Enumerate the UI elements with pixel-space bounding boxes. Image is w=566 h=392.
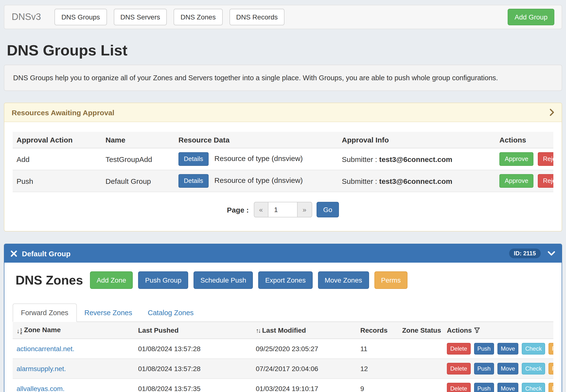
group-panel-header[interactable]: Default Group ID: 2115 bbox=[4, 244, 562, 263]
schedule-push-button[interactable]: Schedule Push bbox=[193, 271, 253, 289]
zone-row: alarmsupply.net. 01/08/2024 13:57:28 07/… bbox=[13, 358, 553, 378]
filter-icon bbox=[474, 327, 480, 333]
page-number-input[interactable] bbox=[268, 202, 297, 217]
group-panel-title: Default Group bbox=[22, 249, 70, 257]
submitter-label: Submitter : bbox=[342, 155, 377, 163]
push-group-button[interactable]: Push Group bbox=[138, 271, 188, 289]
move-zone-button[interactable]: Move bbox=[497, 343, 519, 354]
zone-perms-button[interactable]: Perms bbox=[549, 343, 553, 354]
zone-status-value bbox=[398, 378, 443, 392]
chevron-right-icon[interactable] bbox=[550, 109, 554, 116]
page-description: DNS Groups help you to organize all of y… bbox=[4, 65, 562, 91]
approval-row: Push Default Group Details Resource of t… bbox=[13, 170, 553, 192]
details-button[interactable]: Details bbox=[179, 152, 209, 166]
sort-updown-icon: ↑↓ bbox=[256, 327, 260, 334]
tab-catalog-zones[interactable]: Catalog Zones bbox=[140, 304, 202, 322]
col-resource-data: Resource Data bbox=[175, 132, 338, 148]
zone-perms-button[interactable]: Perms bbox=[549, 363, 553, 374]
last-modified-value: 07/24/2017 20:04:06 bbox=[252, 358, 357, 378]
tab-forward-zones[interactable]: Forward Zones bbox=[13, 304, 77, 322]
chevron-down-icon[interactable] bbox=[548, 251, 555, 256]
zone-name-link[interactable]: actioncarrental.net. bbox=[16, 345, 74, 352]
page-title: DNS Groups List bbox=[7, 42, 562, 59]
col-last-pushed[interactable]: Last Pushed bbox=[134, 322, 252, 338]
check-zone-button[interactable]: Check bbox=[522, 382, 545, 392]
col-name: Name bbox=[102, 132, 175, 148]
push-zone-button[interactable]: Push bbox=[474, 343, 494, 354]
zone-status-value bbox=[398, 338, 443, 358]
delete-zone-button[interactable]: Delete bbox=[447, 382, 470, 392]
reject-button[interactable]: Reject bbox=[538, 174, 553, 188]
delete-zone-button[interactable]: Delete bbox=[447, 343, 470, 354]
submitter-label: Submitter : bbox=[342, 177, 377, 185]
approve-button[interactable]: Approve bbox=[499, 152, 534, 166]
approval-panel-header[interactable]: Resources Awaiting Approval bbox=[4, 103, 562, 122]
col-actions: Actions bbox=[496, 132, 553, 148]
zone-name-link[interactable]: alarmsupply.net. bbox=[16, 364, 66, 372]
nav-dns-groups-button[interactable]: DNS Groups bbox=[55, 9, 107, 25]
zones-heading: DNS Zones bbox=[15, 273, 83, 288]
top-navbar: DNSv3 DNS Groups DNS Servers DNS Zones D… bbox=[4, 5, 562, 29]
col-approval-action: Approval Action bbox=[13, 132, 102, 148]
zone-row: allvalleyas.com. 01/08/2024 13:57:35 01/… bbox=[13, 378, 553, 392]
app-viewport: DNSv3 DNS Groups DNS Servers DNS Zones D… bbox=[0, 0, 566, 392]
zone-perms-button[interactable]: Perms bbox=[549, 382, 553, 392]
col-last-modified[interactable]: ↑↓Last Modified bbox=[252, 322, 357, 338]
approval-action: Push bbox=[13, 170, 102, 192]
perms-button[interactable]: Perms bbox=[374, 271, 407, 289]
page-prev-button[interactable]: « bbox=[254, 202, 268, 217]
records-count: 9 bbox=[357, 378, 398, 392]
zone-name-link[interactable]: allvalleyas.com. bbox=[16, 384, 65, 392]
approve-button[interactable]: Approve bbox=[499, 174, 534, 188]
move-zones-button[interactable]: Move Zones bbox=[318, 271, 369, 289]
page-next-button[interactable]: » bbox=[297, 202, 312, 217]
approval-action: Add bbox=[13, 148, 102, 170]
nav-dns-servers-button[interactable]: DNS Servers bbox=[113, 9, 167, 25]
zones-toolbar: DNS Zones Add Zone Push Group Schedule P… bbox=[13, 271, 553, 289]
approval-panel: Resources Awaiting Approval Approval Act… bbox=[4, 103, 562, 232]
col-records: Records bbox=[357, 322, 398, 338]
col-zone-status: Zone Status bbox=[398, 322, 443, 338]
last-pushed-value: 01/08/2024 13:57:28 bbox=[134, 358, 252, 378]
push-zone-button[interactable]: Push bbox=[474, 363, 494, 374]
close-icon[interactable] bbox=[11, 250, 17, 257]
tab-reverse-zones[interactable]: Reverse Zones bbox=[77, 304, 140, 322]
zone-row: actioncarrental.net. 01/08/2024 13:57:28… bbox=[13, 338, 553, 358]
approval-table: Approval Action Name Resource Data Appro… bbox=[13, 132, 553, 192]
export-zones-button[interactable]: Export Zones bbox=[258, 271, 313, 289]
add-group-button[interactable]: Add Group bbox=[508, 9, 554, 25]
last-modified-value: 01/03/2024 19:10:17 bbox=[252, 378, 357, 392]
col-approval-info: Approval Info bbox=[338, 132, 496, 148]
col-zone-actions[interactable]: Actions bbox=[443, 322, 553, 338]
zones-table: ↓12Zone Name Last Pushed ↑↓Last Modified… bbox=[13, 322, 553, 392]
details-button[interactable]: Details bbox=[179, 174, 209, 188]
records-count: 11 bbox=[357, 338, 398, 358]
zones-table-header-row: ↓12Zone Name Last Pushed ↑↓Last Modified… bbox=[13, 322, 553, 338]
move-zone-button[interactable]: Move bbox=[497, 363, 519, 374]
submitter-email: test3@6connect.com bbox=[379, 177, 452, 185]
zones-tabs: Forward Zones Reverse Zones Catalog Zone… bbox=[13, 304, 553, 322]
check-zone-button[interactable]: Check bbox=[522, 363, 545, 374]
approval-panel-body: Approval Action Name Resource Data Appro… bbox=[4, 122, 562, 231]
nav-dns-records-button[interactable]: DNS Records bbox=[229, 9, 284, 25]
group-panel-body: DNS Zones Add Zone Push Group Schedule P… bbox=[4, 263, 562, 392]
sort-numeric-icon: ↓12 bbox=[16, 328, 22, 334]
group-id-badge: ID: 2115 bbox=[509, 249, 541, 258]
resource-description: Resource of type (dnsview) bbox=[214, 154, 303, 162]
move-zone-button[interactable]: Move bbox=[497, 382, 519, 392]
zone-status-value bbox=[398, 358, 443, 378]
group-panel: Default Group ID: 2115 DNS Zones Add Zon… bbox=[4, 244, 562, 392]
delete-zone-button[interactable]: Delete bbox=[447, 363, 470, 374]
go-button[interactable]: Go bbox=[316, 202, 339, 217]
reject-button[interactable]: Reject bbox=[538, 152, 553, 166]
nav-dns-zones-button[interactable]: DNS Zones bbox=[174, 9, 222, 25]
submitter-email: test3@6connect.com bbox=[379, 155, 452, 163]
approval-panel-title: Resources Awaiting Approval bbox=[12, 108, 114, 116]
check-zone-button[interactable]: Check bbox=[522, 343, 545, 354]
approval-name: Default Group bbox=[102, 170, 175, 192]
add-zone-button[interactable]: Add Zone bbox=[90, 271, 133, 289]
app-brand: DNSv3 bbox=[12, 12, 41, 22]
push-zone-button[interactable]: Push bbox=[474, 382, 494, 392]
records-count: 12 bbox=[357, 358, 398, 378]
col-zone-name[interactable]: ↓12Zone Name bbox=[13, 322, 134, 338]
